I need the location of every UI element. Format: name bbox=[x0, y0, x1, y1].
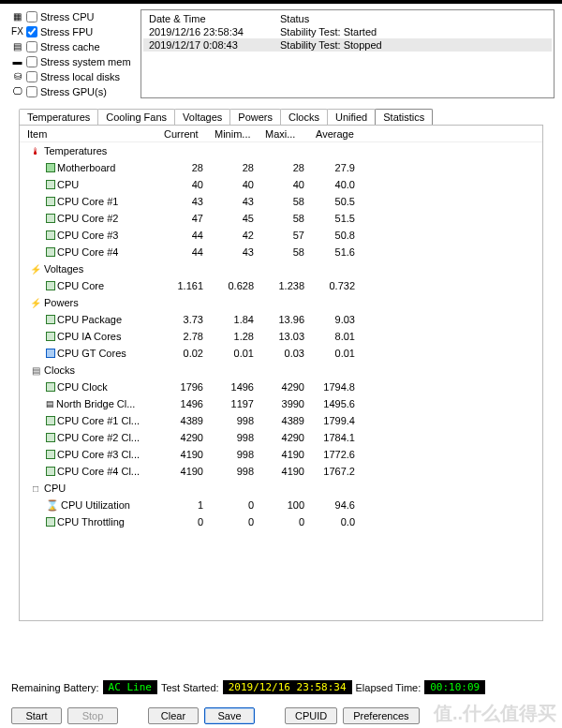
group-label: Voltages bbox=[44, 263, 83, 275]
row-label: CPU IA Cores bbox=[57, 331, 121, 342]
stats-row[interactable]: CPU 40 40 40 40.0 bbox=[20, 176, 542, 193]
cell-avg: 40.0 bbox=[312, 179, 362, 190]
tab-statistics[interactable]: Statistics bbox=[375, 109, 433, 125]
preferences-button[interactable]: Preferences bbox=[343, 707, 419, 724]
group-label: CPU bbox=[44, 483, 66, 494]
stats-row[interactable]: CPU Throttling 0 0 0 0.0 bbox=[20, 513, 542, 530]
stress-label: Stress GPU(s) bbox=[40, 86, 107, 97]
stress-option[interactable]: ▦ Stress CPU bbox=[11, 9, 133, 23]
cell-current: 44 bbox=[160, 246, 211, 258]
stats-group[interactable]: ⚡ Powers bbox=[20, 294, 542, 311]
stats-row[interactable]: CPU Core #4 44 43 58 51.6 bbox=[20, 244, 542, 260]
stats-group[interactable]: 🌡 Temperatures bbox=[20, 142, 542, 159]
test-started-label: Test Started: bbox=[161, 682, 219, 693]
cell-current: 40 bbox=[160, 179, 211, 190]
stats-row[interactable]: CPU Core #1 43 43 58 50.5 bbox=[20, 193, 542, 210]
cell-max: 57 bbox=[261, 230, 312, 241]
log-header-status: Status bbox=[274, 12, 552, 25]
cell-max: 40 bbox=[261, 179, 312, 190]
cell-max: 0 bbox=[261, 516, 312, 527]
log-datetime: 2019/12/17 0:08:43 bbox=[143, 38, 274, 52]
cell-min: 43 bbox=[211, 246, 261, 258]
stats-row[interactable]: CPU Core #4 Cl... 4190 998 4190 1767.2 bbox=[20, 463, 542, 480]
tab-voltages[interactable]: Voltages bbox=[174, 109, 230, 125]
stats-group[interactable]: ⚡ Voltages bbox=[20, 260, 542, 277]
stats-group[interactable]: ▤ Clocks bbox=[20, 362, 542, 379]
stress-checkbox[interactable] bbox=[26, 11, 37, 22]
stats-row[interactable]: ⌛ CPU Utilization 1 0 100 94.6 bbox=[20, 497, 542, 513]
cell-avg: 50.5 bbox=[312, 196, 362, 207]
log-header-datetime: Date & Time bbox=[143, 12, 274, 25]
stress-checkbox[interactable] bbox=[26, 56, 37, 67]
stress-checkbox[interactable] bbox=[26, 41, 37, 52]
clear-button[interactable]: Clear bbox=[148, 707, 199, 724]
start-button[interactable]: Start bbox=[11, 707, 62, 724]
cell-current: 1.161 bbox=[160, 280, 211, 291]
stats-row[interactable]: CPU Clock 1796 1496 4290 1794.8 bbox=[20, 379, 542, 395]
cell-min: 1197 bbox=[211, 398, 261, 409]
col-maximum: Maxi... bbox=[261, 128, 312, 140]
stress-checkbox[interactable] bbox=[26, 26, 37, 37]
stress-option[interactable]: 🖵 Stress GPU(s) bbox=[11, 84, 133, 98]
tab-cooling-fans[interactable]: Cooling Fans bbox=[97, 109, 175, 125]
stress-checkbox[interactable] bbox=[26, 71, 37, 82]
cell-avg: 1495.6 bbox=[312, 398, 362, 409]
stress-label: Stress system mem bbox=[40, 56, 131, 67]
stress-option[interactable]: ⛁ Stress local disks bbox=[11, 69, 133, 83]
row-label: CPU Core #1 bbox=[57, 196, 118, 207]
cell-avg: 50.8 bbox=[312, 230, 362, 241]
group-label: Temperatures bbox=[44, 145, 107, 156]
tab-powers[interactable]: Powers bbox=[229, 109, 281, 125]
stats-row[interactable]: CPU Core #3 Cl... 4190 998 4190 1772.6 bbox=[20, 446, 542, 463]
stats-row[interactable]: Motherboard 28 28 28 27.9 bbox=[20, 159, 542, 176]
stress-icon: FX bbox=[11, 27, 23, 37]
stats-row[interactable]: CPU IA Cores 2.78 1.28 13.03 8.01 bbox=[20, 328, 542, 345]
stats-row[interactable]: CPU Core #3 44 42 57 50.8 bbox=[20, 227, 542, 244]
stress-label: Stress FPU bbox=[40, 26, 93, 37]
cpu-icon: □ bbox=[29, 483, 42, 494]
cell-max: 58 bbox=[261, 196, 312, 207]
stats-row[interactable]: CPU Core 1.161 0.628 1.238 0.732 bbox=[20, 277, 542, 294]
tab-clocks[interactable]: Clocks bbox=[280, 109, 328, 125]
cell-current: 4389 bbox=[160, 415, 211, 426]
event-log: Date & Time Status 2019/12/16 23:58:34 S… bbox=[140, 9, 555, 98]
stress-checkbox[interactable] bbox=[26, 86, 37, 97]
stats-row[interactable]: CPU GT Cores 0.02 0.01 0.03 0.01 bbox=[20, 345, 542, 362]
row-label: CPU Core #4 bbox=[57, 246, 118, 258]
log-row[interactable]: 2019/12/17 0:08:43 Stability Test: Stopp… bbox=[143, 38, 552, 52]
cell-current: 43 bbox=[160, 196, 211, 207]
stats-row[interactable]: ▤ North Bridge Cl... 1496 1197 3990 1495… bbox=[20, 395, 542, 412]
cell-max: 100 bbox=[261, 499, 312, 511]
save-button[interactable]: Save bbox=[204, 707, 255, 724]
cell-avg: 51.5 bbox=[312, 213, 362, 224]
stats-row[interactable]: CPU Core #2 Cl... 4290 998 4290 1784.1 bbox=[20, 429, 542, 446]
hourglass-icon: ⌛ bbox=[46, 499, 59, 512]
tab-temperatures[interactable]: Temperatures bbox=[19, 109, 98, 125]
cell-avg: 0.0 bbox=[312, 516, 362, 527]
cell-avg: 1784.1 bbox=[312, 432, 362, 443]
stress-icon: ▤ bbox=[11, 42, 23, 52]
cell-max: 1.238 bbox=[261, 280, 312, 291]
row-label: CPU GT Cores bbox=[57, 348, 126, 359]
cell-min: 1.28 bbox=[211, 331, 261, 342]
stop-button[interactable]: Stop bbox=[67, 707, 118, 724]
tab-unified[interactable]: Unified bbox=[327, 109, 376, 125]
cpuid-button[interactable]: CPUID bbox=[285, 707, 337, 724]
cell-avg: 8.01 bbox=[312, 331, 362, 342]
stats-group[interactable]: □ CPU bbox=[20, 480, 542, 497]
stress-option[interactable]: ▤ Stress cache bbox=[11, 39, 133, 53]
stress-icon: 🖵 bbox=[11, 87, 23, 97]
cell-max: 4290 bbox=[261, 381, 312, 393]
log-row[interactable]: 2019/12/16 23:58:34 Stability Test: Star… bbox=[143, 25, 552, 38]
stress-option[interactable]: FX Stress FPU bbox=[11, 24, 133, 38]
cell-max: 58 bbox=[261, 213, 312, 224]
stats-row[interactable]: CPU Core #2 47 45 58 51.5 bbox=[20, 210, 542, 227]
cell-max: 28 bbox=[261, 162, 312, 173]
stress-label: Stress CPU bbox=[40, 11, 94, 22]
stress-label: Stress local disks bbox=[40, 71, 120, 82]
stress-label: Stress cache bbox=[40, 41, 100, 52]
stats-row[interactable]: CPU Package 3.73 1.84 13.96 9.03 bbox=[20, 311, 542, 328]
row-label: CPU Core #2 bbox=[57, 213, 118, 224]
stress-option[interactable]: ▬ Stress system mem bbox=[11, 54, 133, 68]
stats-row[interactable]: CPU Core #1 Cl... 4389 998 4389 1799.4 bbox=[20, 412, 542, 429]
